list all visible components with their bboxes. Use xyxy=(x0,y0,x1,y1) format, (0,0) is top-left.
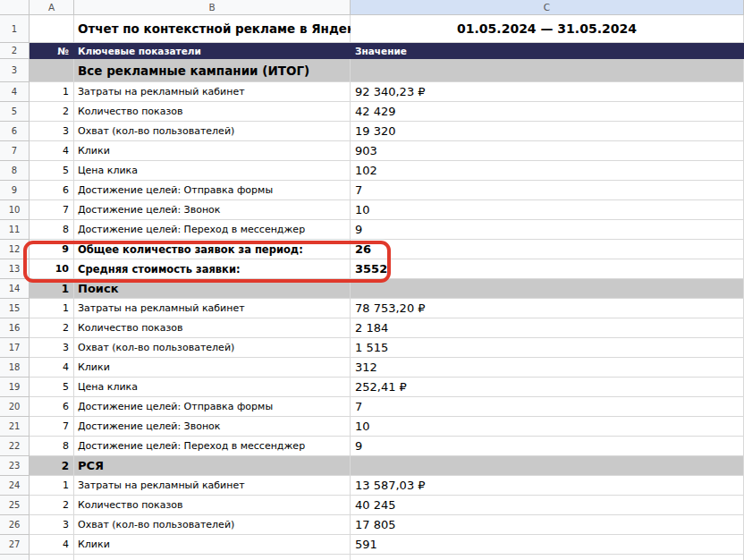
row-number-cell[interactable]: 25 xyxy=(0,496,30,515)
cell-b[interactable]: Достижение целей: Переход в мессенджер xyxy=(74,437,351,456)
cell-c[interactable]: 10 xyxy=(351,200,744,220)
row-number-cell[interactable]: 9 xyxy=(0,181,30,200)
row-number-cell[interactable]: 26 xyxy=(0,515,30,535)
row-number-cell[interactable]: 15 xyxy=(0,299,30,318)
cell-a[interactable]: 2 xyxy=(30,318,74,338)
cell-b[interactable]: Достижение целей: Отправка формы xyxy=(74,181,351,200)
cell-a[interactable]: 4 xyxy=(30,141,74,161)
cell-a[interactable]: 2 xyxy=(30,456,74,476)
cell-a[interactable]: 4 xyxy=(30,358,74,378)
cell-c[interactable]: 42 429 xyxy=(351,102,744,122)
row-number-cell[interactable]: 1 xyxy=(0,15,30,43)
cell-a[interactable]: 5 xyxy=(30,161,74,181)
cell-b[interactable]: Общее количество заявок за период: xyxy=(74,240,351,259)
cell-c[interactable] xyxy=(351,555,744,560)
cell-c[interactable]: 903 xyxy=(351,141,744,161)
cell-b[interactable]: Затраты на рекламный кабинет xyxy=(74,476,351,496)
cell-b[interactable]: Цена клика xyxy=(74,161,351,181)
cell-a[interactable]: 3 xyxy=(30,122,74,141)
row-number-cell[interactable]: 10 xyxy=(0,200,30,220)
cell-b[interactable]: Затраты на рекламный кабинет xyxy=(74,82,351,102)
cell-c[interactable]: 2 184 xyxy=(351,318,744,338)
cell-c[interactable]: 19 320 xyxy=(351,122,744,141)
cell-a[interactable]: 4 xyxy=(30,535,74,555)
row-number-cell[interactable]: 19 xyxy=(0,378,30,397)
cell-c[interactable]: 252,41 ₽ xyxy=(351,378,744,397)
cell-b[interactable]: Охват (кол-во пользователей) xyxy=(74,338,351,358)
cell-b[interactable]: Достижение целей: Звонок xyxy=(74,200,351,220)
row-number-cell[interactable]: 24 xyxy=(0,476,30,496)
cell-a[interactable]: 3 xyxy=(30,515,74,535)
row-number-cell[interactable]: 7 xyxy=(0,141,30,161)
cell-b[interactable]: Цена клика xyxy=(74,378,351,397)
row-number-cell[interactable]: 12 xyxy=(0,240,30,259)
cell-a[interactable]: 8 xyxy=(30,220,74,240)
cell-c[interactable]: 3552 xyxy=(351,259,744,279)
row-number-cell[interactable]: 8 xyxy=(0,161,30,181)
cell-c[interactable]: 312 xyxy=(351,358,744,378)
cell-b[interactable]: Затраты на рекламный кабинет xyxy=(74,299,351,318)
cell-c[interactable]: 01.05.2024 — 31.05.2024 xyxy=(351,15,744,43)
cell-c[interactable]: 7 xyxy=(351,181,744,200)
column-header-c[interactable]: C xyxy=(351,0,744,15)
cell-a[interactable]: 2 xyxy=(30,496,74,515)
cell-b[interactable]: Достижение целей: Отправка формы xyxy=(74,397,351,417)
row-number-cell[interactable]: 27 xyxy=(0,535,30,555)
cell-b[interactable]: Все рекламные кампании (ИТОГ) xyxy=(74,59,351,82)
cell-a[interactable]: 2 xyxy=(30,102,74,122)
cell-b[interactable]: Достижение целей: Переход в мессенджер xyxy=(74,220,351,240)
cell-b[interactable]: Достижение целей: Звонок xyxy=(74,417,351,437)
row-number-cell[interactable]: 14 xyxy=(0,279,30,299)
cell-c[interactable]: 7 xyxy=(351,397,744,417)
row-number-cell[interactable]: 3 xyxy=(0,59,30,82)
cell-a[interactable] xyxy=(30,59,74,82)
cell-c[interactable]: 78 753,20 ₽ xyxy=(351,299,744,318)
cell-b[interactable]: РСЯ xyxy=(74,456,351,476)
cell-a[interactable]: 1 xyxy=(30,279,74,299)
cell-c[interactable] xyxy=(351,59,744,82)
cell-a[interactable]: 6 xyxy=(30,397,74,417)
row-number-cell[interactable]: 4 xyxy=(0,82,30,102)
cell-c[interactable]: 92 340,23 ₽ xyxy=(351,82,744,102)
cell-a[interactable] xyxy=(30,15,74,43)
cell-a[interactable]: 8 xyxy=(30,437,74,456)
row-number-cell[interactable]: 20 xyxy=(0,397,30,417)
row-number-cell[interactable]: 13 xyxy=(0,259,30,279)
select-all-corner[interactable] xyxy=(0,0,30,15)
cell-b[interactable]: Охват (кол-во пользователей) xyxy=(74,515,351,535)
row-number-cell[interactable]: 16 xyxy=(0,318,30,338)
cell-a[interactable]: 5 xyxy=(30,378,74,397)
cell-b[interactable]: Ключевые показатели xyxy=(74,43,351,59)
cell-c[interactable]: 17 805 xyxy=(351,515,744,535)
column-header-b[interactable]: B xyxy=(74,0,351,15)
row-number-cell[interactable]: 11 xyxy=(0,220,30,240)
row-number-cell[interactable]: 5 xyxy=(0,102,30,122)
cell-b[interactable] xyxy=(74,555,351,560)
cell-a[interactable]: № xyxy=(30,43,74,59)
cell-c[interactable]: 40 245 xyxy=(351,496,744,515)
cell-c[interactable] xyxy=(351,279,744,299)
cell-c[interactable]: 1 515 xyxy=(351,338,744,358)
cell-a[interactable]: 7 xyxy=(30,200,74,220)
cell-a[interactable]: 1 xyxy=(30,82,74,102)
cell-c[interactable]: Значение xyxy=(351,43,744,59)
cell-b[interactable]: Поиск xyxy=(74,279,351,299)
cell-b[interactable]: Клики xyxy=(74,141,351,161)
row-number-cell[interactable]: 6 xyxy=(0,122,30,141)
cell-c[interactable]: 591 xyxy=(351,535,744,555)
cell-b[interactable]: Охват (кол-во пользователей) xyxy=(74,122,351,141)
cell-a[interactable]: 10 xyxy=(30,259,74,279)
cell-c[interactable] xyxy=(351,456,744,476)
cell-a[interactable]: 3 xyxy=(30,338,74,358)
cell-a[interactable]: 9 xyxy=(30,240,74,259)
cell-b[interactable]: Клики xyxy=(74,358,351,378)
cell-c[interactable]: 10 xyxy=(351,417,744,437)
row-number-cell[interactable]: 22 xyxy=(0,437,30,456)
cell-c[interactable]: 26 xyxy=(351,240,744,259)
cell-a[interactable]: 1 xyxy=(30,299,74,318)
cell-c[interactable]: 13 587,03 ₽ xyxy=(351,476,744,496)
row-number-cell[interactable]: 17 xyxy=(0,338,30,358)
row-number-cell[interactable]: 2 xyxy=(0,43,30,59)
cell-b[interactable]: Количество показов xyxy=(74,102,351,122)
cell-a[interactable] xyxy=(30,555,74,560)
